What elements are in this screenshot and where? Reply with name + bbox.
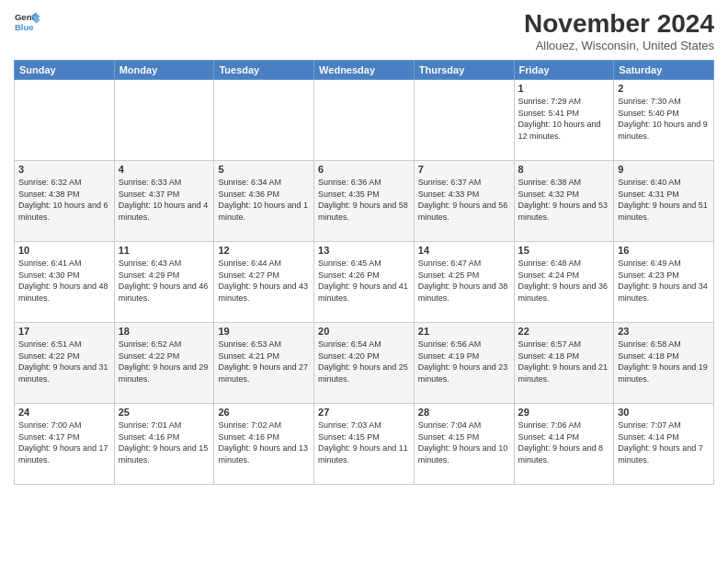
calendar-cell: 28Sunrise: 7:04 AM Sunset: 4:15 PM Dayli… xyxy=(414,404,514,485)
day-number: 6 xyxy=(318,164,410,175)
day-number: 22 xyxy=(518,326,610,337)
day-number: 26 xyxy=(218,407,310,418)
calendar-cell: 16Sunrise: 6:49 AM Sunset: 4:23 PM Dayli… xyxy=(614,242,714,323)
month-title: November 2024 xyxy=(524,9,714,39)
day-info: Sunrise: 6:56 AM Sunset: 4:19 PM Dayligh… xyxy=(418,339,510,385)
calendar-cell: 7Sunrise: 6:37 AM Sunset: 4:33 PM Daylig… xyxy=(414,161,514,242)
day-number: 19 xyxy=(218,326,310,337)
calendar-week-row: 17Sunrise: 6:51 AM Sunset: 4:22 PM Dayli… xyxy=(15,323,714,404)
day-info: Sunrise: 6:32 AM Sunset: 4:38 PM Dayligh… xyxy=(18,177,110,223)
day-number: 11 xyxy=(119,245,210,256)
day-info: Sunrise: 6:44 AM Sunset: 4:27 PM Dayligh… xyxy=(218,258,310,304)
weekday-header-cell: Monday xyxy=(114,61,214,80)
day-info: Sunrise: 6:51 AM Sunset: 4:22 PM Dayligh… xyxy=(18,339,110,385)
day-number: 5 xyxy=(218,164,310,175)
calendar-cell: 13Sunrise: 6:45 AM Sunset: 4:26 PM Dayli… xyxy=(314,242,415,323)
day-info: Sunrise: 6:53 AM Sunset: 4:21 PM Dayligh… xyxy=(218,339,310,385)
day-number: 16 xyxy=(618,245,710,256)
day-info: Sunrise: 6:47 AM Sunset: 4:25 PM Dayligh… xyxy=(418,258,510,304)
calendar-cell: 12Sunrise: 6:44 AM Sunset: 4:27 PM Dayli… xyxy=(214,242,314,323)
day-number: 23 xyxy=(618,326,710,337)
day-number: 27 xyxy=(318,407,410,418)
day-info: Sunrise: 6:33 AM Sunset: 4:37 PM Dayligh… xyxy=(119,177,210,223)
day-number: 9 xyxy=(618,164,710,175)
day-number: 29 xyxy=(518,407,610,418)
day-info: Sunrise: 6:48 AM Sunset: 4:24 PM Dayligh… xyxy=(518,258,610,304)
calendar-cell: 17Sunrise: 6:51 AM Sunset: 4:22 PM Dayli… xyxy=(15,323,115,404)
calendar-cell: 18Sunrise: 6:52 AM Sunset: 4:22 PM Dayli… xyxy=(114,323,214,404)
calendar-cell: 23Sunrise: 6:58 AM Sunset: 4:18 PM Dayli… xyxy=(614,323,714,404)
location: Allouez, Wisconsin, United States xyxy=(524,39,714,52)
day-number: 15 xyxy=(518,245,610,256)
day-info: Sunrise: 6:38 AM Sunset: 4:32 PM Dayligh… xyxy=(518,177,610,223)
day-number: 24 xyxy=(18,407,110,418)
day-info: Sunrise: 6:37 AM Sunset: 4:33 PM Dayligh… xyxy=(418,177,510,223)
calendar-cell: 8Sunrise: 6:38 AM Sunset: 4:32 PM Daylig… xyxy=(514,161,614,242)
day-number: 21 xyxy=(418,326,510,337)
calendar-cell: 29Sunrise: 7:06 AM Sunset: 4:14 PM Dayli… xyxy=(514,404,614,485)
day-number: 25 xyxy=(119,407,210,418)
calendar-cell xyxy=(414,80,514,161)
calendar-week-row: 3Sunrise: 6:32 AM Sunset: 4:38 PM Daylig… xyxy=(15,161,714,242)
calendar-week-row: 24Sunrise: 7:00 AM Sunset: 4:17 PM Dayli… xyxy=(15,404,714,485)
calendar-cell: 30Sunrise: 7:07 AM Sunset: 4:14 PM Dayli… xyxy=(614,404,714,485)
weekday-header-cell: Friday xyxy=(514,61,614,80)
calendar-cell: 27Sunrise: 7:03 AM Sunset: 4:15 PM Dayli… xyxy=(314,404,415,485)
logo-icon: General Blue xyxy=(14,9,40,35)
day-number: 13 xyxy=(318,245,410,256)
day-info: Sunrise: 6:45 AM Sunset: 4:26 PM Dayligh… xyxy=(318,258,410,304)
calendar-cell: 24Sunrise: 7:00 AM Sunset: 4:17 PM Dayli… xyxy=(15,404,115,485)
calendar-cell xyxy=(15,80,115,161)
calendar-cell: 4Sunrise: 6:33 AM Sunset: 4:37 PM Daylig… xyxy=(114,161,214,242)
day-number: 1 xyxy=(518,83,610,94)
day-info: Sunrise: 6:40 AM Sunset: 4:31 PM Dayligh… xyxy=(618,177,710,223)
day-number: 17 xyxy=(18,326,110,337)
day-info: Sunrise: 7:06 AM Sunset: 4:14 PM Dayligh… xyxy=(518,419,610,465)
day-info: Sunrise: 6:41 AM Sunset: 4:30 PM Dayligh… xyxy=(18,258,110,304)
calendar-cell: 2Sunrise: 7:30 AM Sunset: 5:40 PM Daylig… xyxy=(614,80,714,161)
calendar-cell: 19Sunrise: 6:53 AM Sunset: 4:21 PM Dayli… xyxy=(214,323,314,404)
calendar-cell: 20Sunrise: 6:54 AM Sunset: 4:20 PM Dayli… xyxy=(314,323,415,404)
day-info: Sunrise: 7:07 AM Sunset: 4:14 PM Dayligh… xyxy=(618,419,710,465)
day-number: 20 xyxy=(318,326,410,337)
calendar-cell: 21Sunrise: 6:56 AM Sunset: 4:19 PM Dayli… xyxy=(414,323,514,404)
calendar-cell: 10Sunrise: 6:41 AM Sunset: 4:30 PM Dayli… xyxy=(15,242,115,323)
day-number: 3 xyxy=(18,164,110,175)
day-info: Sunrise: 6:52 AM Sunset: 4:22 PM Dayligh… xyxy=(119,339,210,385)
day-info: Sunrise: 7:04 AM Sunset: 4:15 PM Dayligh… xyxy=(418,419,510,465)
day-number: 2 xyxy=(618,83,710,94)
calendar-cell xyxy=(314,80,415,161)
calendar-cell: 14Sunrise: 6:47 AM Sunset: 4:25 PM Dayli… xyxy=(414,242,514,323)
day-number: 7 xyxy=(418,164,510,175)
calendar-cell: 5Sunrise: 6:34 AM Sunset: 4:36 PM Daylig… xyxy=(214,161,314,242)
calendar-body: 1Sunrise: 7:29 AM Sunset: 5:41 PM Daylig… xyxy=(15,80,714,485)
weekday-header-cell: Tuesday xyxy=(214,61,314,80)
day-number: 28 xyxy=(418,407,510,418)
calendar-week-row: 1Sunrise: 7:29 AM Sunset: 5:41 PM Daylig… xyxy=(15,80,714,161)
day-info: Sunrise: 6:54 AM Sunset: 4:20 PM Dayligh… xyxy=(318,339,410,385)
day-number: 4 xyxy=(119,164,210,175)
calendar-cell: 25Sunrise: 7:01 AM Sunset: 4:16 PM Dayli… xyxy=(114,404,214,485)
calendar-week-row: 10Sunrise: 6:41 AM Sunset: 4:30 PM Dayli… xyxy=(15,242,714,323)
day-info: Sunrise: 7:02 AM Sunset: 4:16 PM Dayligh… xyxy=(218,419,310,465)
day-info: Sunrise: 6:43 AM Sunset: 4:29 PM Dayligh… xyxy=(119,258,210,304)
day-number: 18 xyxy=(119,326,210,337)
day-info: Sunrise: 6:58 AM Sunset: 4:18 PM Dayligh… xyxy=(618,339,710,385)
day-info: Sunrise: 7:29 AM Sunset: 5:41 PM Dayligh… xyxy=(518,96,610,142)
day-number: 30 xyxy=(618,407,710,418)
svg-text:Blue: Blue xyxy=(15,22,34,32)
calendar-cell: 1Sunrise: 7:29 AM Sunset: 5:41 PM Daylig… xyxy=(514,80,614,161)
weekday-header-cell: Saturday xyxy=(614,61,714,80)
day-number: 14 xyxy=(418,245,510,256)
day-number: 12 xyxy=(218,245,310,256)
calendar-cell: 3Sunrise: 6:32 AM Sunset: 4:38 PM Daylig… xyxy=(15,161,115,242)
calendar-cell: 11Sunrise: 6:43 AM Sunset: 4:29 PM Dayli… xyxy=(114,242,214,323)
weekday-header-cell: Wednesday xyxy=(314,61,415,80)
page-header: General Blue November 2024 Allouez, Wisc… xyxy=(14,9,714,52)
day-info: Sunrise: 6:49 AM Sunset: 4:23 PM Dayligh… xyxy=(618,258,710,304)
weekday-header-cell: Sunday xyxy=(15,61,115,80)
day-info: Sunrise: 7:30 AM Sunset: 5:40 PM Dayligh… xyxy=(618,96,710,142)
title-block: November 2024 Allouez, Wisconsin, United… xyxy=(524,9,714,52)
calendar-cell: 15Sunrise: 6:48 AM Sunset: 4:24 PM Dayli… xyxy=(514,242,614,323)
day-info: Sunrise: 6:34 AM Sunset: 4:36 PM Dayligh… xyxy=(218,177,310,223)
